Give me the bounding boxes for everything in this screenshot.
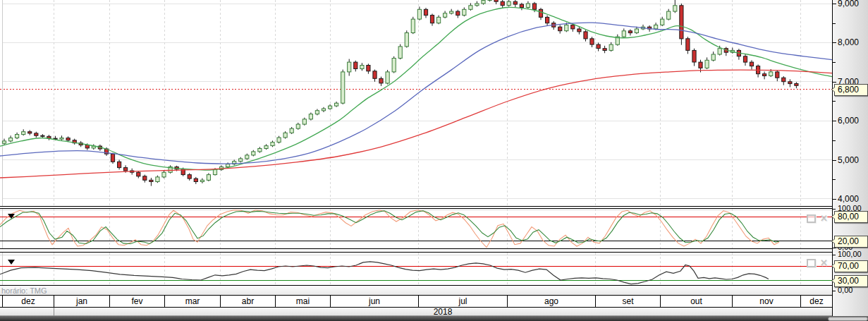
axis-price-label: 9,000 — [838, 0, 859, 8]
axis-tick — [833, 199, 836, 200]
ma-medium — [0, 23, 832, 164]
oscillator-collapse-triangle-icon[interactable] — [8, 260, 15, 265]
scrollbar-thumb[interactable] — [828, 317, 868, 321]
month-cell-mar: mar — [164, 296, 220, 307]
candles — [2, 0, 798, 186]
month-axis[interactable]: dezjanfevmarabrmaijunjulagosetoutnovdez — [0, 295, 832, 308]
ma-slow — [0, 70, 832, 178]
axis-tick — [833, 209, 836, 210]
month-cell-out: out — [660, 296, 732, 307]
stoch-series-d — [0, 211, 779, 244]
timezone-strip: horário: TMG — [0, 286, 832, 295]
month-cell-fev: fev — [109, 296, 164, 307]
month-cell-jun: jun — [330, 296, 418, 307]
trading-chart-window: ✕ ✕ 6,800 100,00 80,00 20,00 0,00 100,00… — [0, 0, 868, 321]
axis-price-label: 6,000 — [838, 116, 859, 126]
year-axis: 2018 — [0, 308, 832, 316]
axis-tick — [833, 291, 836, 291]
ma-fast — [0, 7, 832, 170]
axis-tick — [833, 4, 836, 4]
price-axis[interactable]: 6,800 100,00 80,00 20,00 0,00 100,00 70,… — [832, 0, 868, 316]
timezone-label: horário: TMG — [1, 286, 47, 295]
axis-tick — [833, 179, 836, 180]
month-cell-jan: jan — [54, 296, 109, 307]
axis-price-label: 8,000 — [838, 37, 859, 47]
month-cell-dez: dez — [2, 296, 54, 307]
close-pane-icon[interactable]: ✕ — [820, 214, 828, 222]
axis-tick — [833, 160, 836, 161]
oscillator-panel[interactable] — [0, 253, 832, 285]
month-cell-mai: mai — [275, 296, 330, 307]
last-price-label: 6,800 — [834, 84, 868, 96]
axis-tick — [833, 140, 836, 141]
month-cell-dez: dez — [800, 296, 832, 307]
axis-tick — [833, 255, 836, 255]
axis-tick — [833, 62, 836, 63]
month-cell-nov: nov — [732, 296, 800, 307]
restore-pane-icon[interactable] — [807, 259, 816, 267]
stochastic-panel[interactable] — [0, 209, 832, 248]
axis-tick — [833, 23, 836, 24]
stoch-series-k — [0, 210, 779, 248]
oscillator-axis-top-label: 100,00 — [838, 250, 862, 258]
axis-tick — [833, 42, 836, 43]
stochastic-collapse-triangle-icon[interactable] — [8, 214, 15, 219]
close-pane-icon[interactable]: ✕ — [820, 259, 828, 267]
month-cell-jul: jul — [418, 296, 507, 307]
stochastic-lower-band-label: 20,00 — [834, 236, 868, 248]
axis-price-label: 4,000 — [838, 194, 859, 204]
axis-tick — [833, 248, 836, 248]
stochastic-pane-controls: ✕ — [807, 214, 831, 223]
restore-pane-icon[interactable] — [807, 214, 816, 223]
price-chart-panel[interactable] — [0, 0, 832, 206]
axis-tick — [833, 121, 836, 121]
axis-price-label: 5,000 — [838, 155, 859, 165]
month-cell-ago: ago — [507, 296, 595, 307]
axis-tick — [833, 101, 836, 102]
month-cell-abr: abr — [220, 296, 275, 307]
year-label: 2018 — [54, 308, 832, 316]
oscillator-pane-controls: ✕ — [807, 258, 831, 267]
horizontal-scrollbar[interactable] — [0, 316, 868, 321]
month-cell-set: set — [595, 296, 660, 307]
stochastic-upper-band-label: 80,00 — [834, 211, 868, 223]
oscillator-upper-band-label: 70,00 — [834, 260, 868, 272]
oscillator-lower-band-label: 30,00 — [834, 275, 868, 287]
axis-tick — [833, 82, 836, 83]
